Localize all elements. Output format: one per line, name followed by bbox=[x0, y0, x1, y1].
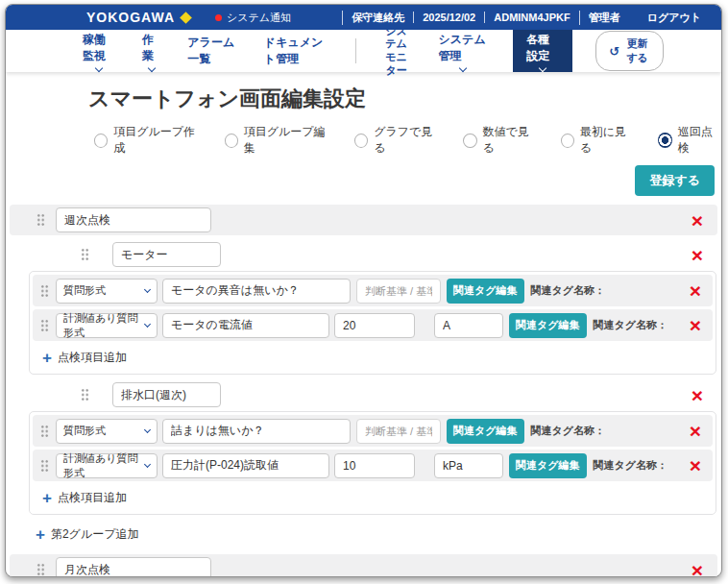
delete-button[interactable]: × bbox=[690, 455, 701, 475]
question-text-input[interactable] bbox=[162, 279, 351, 304]
nav-item-settings[interactable]: 各種設定 bbox=[513, 30, 572, 72]
system-notification[interactable]: システム通知 bbox=[215, 11, 291, 25]
radio-view-first[interactable]: 最初に見る bbox=[561, 124, 635, 157]
question-type-select[interactable]: 質問形式 bbox=[56, 419, 158, 444]
add-item-label: 点検項目追加 bbox=[58, 350, 127, 366]
logout-link[interactable]: ログアウト bbox=[639, 11, 710, 25]
drag-handle-icon[interactable] bbox=[40, 459, 49, 473]
related-tag-name-label: 関連タグ名称： bbox=[594, 318, 668, 332]
unit-input[interactable] bbox=[434, 313, 503, 338]
radio-label: 項目グループ作成 bbox=[113, 124, 201, 157]
drag-handle-icon[interactable] bbox=[36, 213, 45, 227]
related-tag-name-label: 関連タグ名称： bbox=[594, 458, 668, 473]
nav-label: システム モニター bbox=[381, 25, 412, 78]
criteria-input[interactable] bbox=[356, 419, 441, 444]
drag-handle-icon[interactable] bbox=[81, 248, 89, 261]
chevron-down-icon bbox=[539, 63, 546, 71]
question-row: 質問形式 関連タグ編集 関連タグ名称： × bbox=[33, 275, 713, 306]
nav-label: 稼働監視 bbox=[83, 32, 115, 64]
topbar: YOKOGAWA システム通知 保守連絡先 2025/12/02 ADMINM4… bbox=[6, 5, 721, 30]
related-tag-edit-button[interactable]: 関連タグ編集 bbox=[509, 313, 587, 338]
question-type-value: 計測値あり質問形式 bbox=[63, 451, 145, 480]
add-inspection-item-link[interactable]: + 点検項目追加 bbox=[33, 344, 713, 371]
plus-icon: + bbox=[42, 350, 52, 366]
radio-view-graph[interactable]: グラフで見る bbox=[354, 124, 440, 157]
nav-item-document-management[interactable]: ドキュメント管理 bbox=[262, 30, 332, 72]
topbar-right: 保守連絡先 2025/12/02 ADMINM4JPKF 管理者 ログアウト bbox=[342, 11, 710, 25]
question-row: 計測値あり質問形式 関連タグ編集 関連タグ名称： × bbox=[33, 309, 713, 341]
item-row-motor: × bbox=[10, 238, 717, 271]
group-name-input[interactable] bbox=[56, 557, 211, 577]
nav-label: ドキュメント管理 bbox=[264, 35, 330, 67]
nav-item-system-monitor[interactable]: システム モニター bbox=[379, 30, 414, 72]
related-tag-edit-button[interactable]: 関連タグ編集 bbox=[447, 419, 524, 444]
question-type-value: 質問形式 bbox=[63, 424, 106, 438]
question-type-select[interactable]: 計測値あり質問形式 bbox=[56, 453, 158, 478]
nav-item-alarm-list[interactable]: アラーム一覧 bbox=[185, 30, 239, 72]
question-text-input[interactable] bbox=[162, 453, 329, 478]
add-item-label: 点検項目追加 bbox=[58, 490, 127, 506]
question-text-input[interactable] bbox=[162, 419, 351, 444]
delete-button[interactable]: × bbox=[692, 245, 703, 265]
related-tag-name-label: 関連タグ名称： bbox=[531, 424, 606, 438]
question-type-value: 質問形式 bbox=[63, 283, 106, 298]
radio-icon bbox=[561, 134, 574, 148]
radio-patrol-inspection[interactable]: 巡回点検 bbox=[658, 124, 721, 157]
drag-handle-icon[interactable] bbox=[40, 425, 49, 438]
plus-icon: + bbox=[36, 526, 45, 543]
nav-item-work[interactable]: 作 業 bbox=[140, 30, 162, 72]
user-role: 管理者 bbox=[579, 11, 629, 25]
nav-item-system-management[interactable]: システム管理 bbox=[437, 30, 491, 72]
related-tag-edit-button[interactable]: 関連タグ編集 bbox=[447, 279, 524, 304]
maintenance-contact-link[interactable]: 保守連絡先 bbox=[342, 11, 413, 25]
unit-input[interactable] bbox=[434, 453, 503, 478]
item-row-drain-weekly: × bbox=[10, 378, 717, 411]
notification-dot-icon bbox=[215, 14, 222, 21]
question-type-select[interactable]: 計測値あり質問形式 bbox=[56, 313, 158, 338]
brand: YOKOGAWA bbox=[86, 10, 190, 25]
delete-button[interactable]: × bbox=[692, 385, 703, 405]
drag-handle-icon[interactable] bbox=[40, 319, 49, 332]
related-tag-edit-button[interactable]: 関連タグ編集 bbox=[509, 453, 587, 478]
item-name-input[interactable] bbox=[112, 242, 221, 267]
criteria-input[interactable] bbox=[356, 279, 441, 304]
delete-button[interactable]: × bbox=[692, 210, 703, 231]
add-group-link[interactable]: + 第2グループ追加 bbox=[10, 519, 717, 549]
threshold-value-input[interactable] bbox=[334, 453, 415, 478]
chevron-down-icon bbox=[459, 63, 467, 71]
radio-icon-selected bbox=[658, 133, 672, 148]
add-group-label: 第2グループ追加 bbox=[51, 526, 139, 543]
question-type-value: 計測値あり質問形式 bbox=[63, 311, 145, 340]
delete-button[interactable]: × bbox=[690, 315, 701, 335]
delete-button[interactable]: × bbox=[690, 421, 701, 441]
question-text-input[interactable] bbox=[162, 313, 329, 338]
delete-button[interactable]: × bbox=[690, 280, 701, 301]
add-inspection-item-link[interactable]: + 点検項目追加 bbox=[33, 484, 713, 511]
notification-label: システム通知 bbox=[227, 11, 291, 25]
radio-item-group-create[interactable]: 項目グループ作成 bbox=[94, 124, 202, 157]
radio-label: グラフで見る bbox=[374, 124, 440, 157]
threshold-value-input[interactable] bbox=[334, 313, 415, 338]
nav-divider bbox=[355, 38, 356, 63]
drag-handle-icon[interactable] bbox=[81, 388, 89, 402]
radio-item-group-edit[interactable]: 項目グループ編集 bbox=[225, 124, 332, 157]
register-button[interactable]: 登録する bbox=[635, 165, 715, 196]
refresh-button[interactable]: ↺ 更新する bbox=[595, 31, 664, 71]
radio-icon bbox=[225, 134, 238, 148]
register-row: 登録する bbox=[6, 165, 715, 196]
drag-handle-icon[interactable] bbox=[36, 563, 45, 576]
nav-item-operation-monitor[interactable]: 稼働監視 bbox=[81, 30, 117, 72]
refresh-label: 更新する bbox=[624, 36, 650, 65]
group-name-input[interactable] bbox=[56, 207, 211, 232]
main-nav: 稼働監視 作 業 アラーム一覧 ドキュメント管理 システム モニター システム管… bbox=[6, 30, 721, 72]
delete-button[interactable]: × bbox=[692, 560, 703, 578]
chevron-down-icon bbox=[95, 63, 103, 71]
drag-handle-icon[interactable] bbox=[40, 284, 49, 298]
item-name-input[interactable] bbox=[112, 382, 221, 407]
question-type-select[interactable]: 質問形式 bbox=[56, 279, 158, 304]
radio-view-numeric[interactable]: 数値で見る bbox=[463, 124, 537, 157]
radio-label: 項目グループ編集 bbox=[244, 124, 331, 157]
app-window: YOKOGAWA システム通知 保守連絡先 2025/12/02 ADMINM4… bbox=[5, 4, 722, 577]
group-row-monthly: × bbox=[10, 554, 717, 577]
question-row: 計測値あり質問形式 関連タグ編集 関連タグ名称： × bbox=[33, 450, 713, 481]
